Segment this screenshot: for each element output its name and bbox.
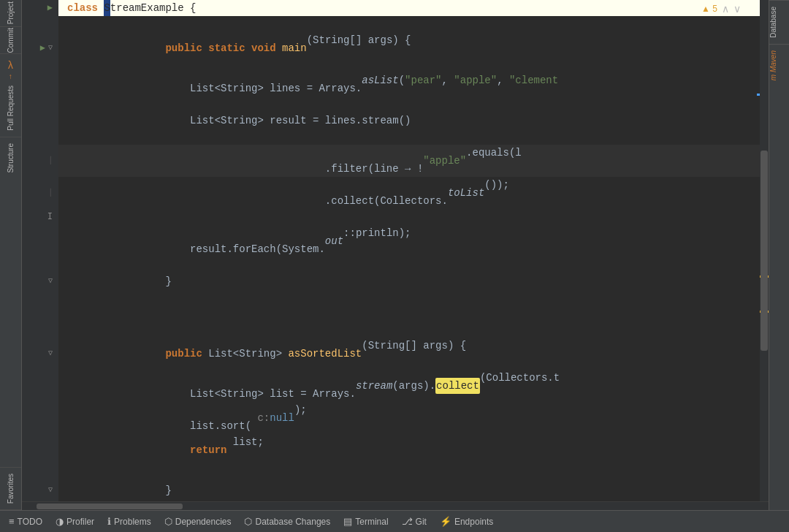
todo-icon: ≡: [9, 516, 15, 527]
code-line-11[interactable]: [22, 305, 769, 322]
code-content-11: [58, 305, 769, 322]
code-content-13: public List<String> asSortedList(String[…: [58, 338, 769, 370]
scrollbar-thumb[interactable]: [761, 151, 768, 351]
code-line-8[interactable]: I: [22, 209, 769, 225]
line-gutter-4: [22, 64, 58, 96]
code-line-6[interactable]: │ .filter(line → !"apple".equals(l: [22, 145, 769, 177]
line-gutter-16: [22, 434, 58, 466]
fold-button-17[interactable]: ▽: [48, 482, 53, 498]
sidebar-item-pull-requests[interactable]: λ ↑ Pull Requests: [1, 57, 21, 134]
code-content-10: }: [58, 257, 769, 305]
code-content-1: class StreamExample {: [58, 0, 769, 16]
code-line-12[interactable]: [22, 322, 769, 338]
run-button-1[interactable]: ▶: [47, 4, 53, 12]
horizontal-scrollbar-thumb[interactable]: [37, 503, 183, 509]
line-gutter-11: [22, 305, 58, 322]
problems-icon: ℹ: [107, 516, 111, 527]
profiler-label: Profiler: [66, 517, 94, 527]
toolbar-item-problems[interactable]: ℹ Problems: [102, 513, 157, 530]
code-line-9[interactable]: result.forEach(System.out::println);: [22, 225, 769, 257]
line-gutter-6: │: [22, 145, 58, 177]
line-gutter-10: ▽: [22, 257, 58, 305]
code-line-17[interactable]: ▽ }: [22, 466, 769, 501]
project-group: Project: [0, 0, 21, 27]
warning-count: ▲ 5: [701, 4, 717, 14]
terminal-icon: ▤: [343, 516, 352, 527]
sidebar-item-project[interactable]: Project: [1, 3, 21, 23]
sidebar-item-database[interactable]: Database: [769, 0, 789, 44]
toolbar-item-profiler[interactable]: ◑ Profiler: [50, 513, 100, 530]
code-content-4: List<String> lines = Arrays.asList("pear…: [58, 64, 769, 96]
line-gutter-14: [22, 370, 58, 402]
code-content-8: [58, 209, 769, 225]
code-content-16: return list;: [58, 434, 769, 466]
endpoints-icon: ⚡: [440, 516, 451, 527]
nav-down-arrow[interactable]: ∨: [732, 3, 742, 15]
toolbar-item-endpoints[interactable]: ⚡ Endpoints: [434, 513, 499, 530]
line-gutter-5: [22, 96, 58, 145]
commit-group: Commit: [0, 27, 21, 54]
code-line-5[interactable]: List<String> result = lines.stream(): [22, 96, 769, 145]
code-content-9: result.forEach(System.out::println);: [58, 225, 769, 257]
code-content-15: list.sort( c: null);: [58, 402, 769, 434]
git-label: Git: [416, 517, 427, 527]
code-content-3: public static void main(String[] args) {: [58, 32, 769, 64]
line-gutter-12: [22, 322, 58, 338]
code-line-10[interactable]: ▽ }: [22, 257, 769, 305]
code-content-7: .collect(Collectors.toList());: [58, 177, 769, 209]
run-button-3[interactable]: ▶: [40, 44, 45, 53]
endpoints-label: Endpoints: [454, 517, 493, 527]
code-content-6: .filter(line → !"apple".equals(l: [58, 145, 769, 177]
problems-label: Problems: [114, 517, 151, 527]
bottom-toolbar: ≡ TODO ◑ Profiler ℹ Problems ⬡ Dependenc…: [0, 510, 789, 532]
code-line-13[interactable]: ▽ public List<String> asSortedList(Strin…: [22, 338, 769, 370]
line-gutter-8: I: [22, 209, 58, 225]
warning-indicator: ▲ 5 ∧ ∨: [701, 3, 742, 15]
todo-label: TODO: [18, 517, 42, 527]
code-line-16[interactable]: return list;: [22, 434, 769, 466]
code-content-14: List<String> list = Arrays.stream(args).…: [58, 370, 769, 402]
sidebar-item-structure[interactable]: Structure: [1, 140, 21, 176]
scroll-marker-blue: [757, 94, 760, 96]
right-sidebar: Database m Maven: [769, 0, 789, 510]
favorites-group: Favorites: [0, 468, 21, 510]
code-line-4[interactable]: List<String> lines = Arrays.asList("pear…: [22, 64, 769, 96]
toolbar-item-todo[interactable]: ≡ TODO: [3, 513, 48, 530]
toolbar-item-git[interactable]: ⎇ Git: [396, 513, 432, 530]
line-gutter-7: │: [22, 177, 58, 209]
line-gutter-2: [22, 16, 58, 32]
structure-group: Structure: [0, 137, 21, 468]
terminal-label: Terminal: [355, 517, 388, 527]
sidebar-item-favorites[interactable]: Favorites: [1, 471, 21, 506]
editor: ▲ 5 ∧ ∨ ▶ class StreamExample {: [22, 0, 769, 510]
horizontal-scrollbar[interactable]: [22, 501, 769, 510]
fold-button-13[interactable]: ▽: [48, 346, 53, 362]
toolbar-item-terminal[interactable]: ▤ Terminal: [338, 513, 394, 530]
toolbar-item-dependencies[interactable]: ⬡ Dependencies: [159, 513, 237, 530]
code-content-5: List<String> result = lines.stream(): [58, 96, 769, 145]
line-gutter-15: [22, 402, 58, 434]
scrollbar-track[interactable]: [760, 0, 769, 501]
code-editor[interactable]: ▶ class StreamExample { ▶ ▽: [22, 0, 769, 501]
code-line-15[interactable]: list.sort( c: null);: [22, 402, 769, 434]
fold-button-3[interactable]: ▽: [48, 40, 53, 56]
code-content-17: }: [58, 466, 769, 501]
toolbar-item-database-changes[interactable]: ⬡ Database Changes: [238, 513, 336, 530]
pull-requests-group: λ ↑ Pull Requests: [0, 54, 21, 137]
code-content-12: [58, 322, 769, 338]
fold-button-10[interactable]: ▽: [48, 273, 53, 289]
sidebar-item-maven[interactable]: m Maven: [769, 44, 789, 86]
code-line-14[interactable]: List<String> list = Arrays.stream(args).…: [22, 370, 769, 402]
dependencies-label: Dependencies: [175, 517, 232, 527]
code-line-3[interactable]: ▶ ▽ public static void main(String[] arg…: [22, 32, 769, 64]
line-gutter-3: ▶ ▽: [22, 32, 58, 64]
sidebar-item-commit[interactable]: Commit: [1, 30, 21, 50]
profiler-icon: ◑: [56, 516, 64, 527]
line-gutter-9: [22, 225, 58, 257]
code-line-1[interactable]: ▶ class StreamExample {: [22, 0, 769, 16]
editor-scroll[interactable]: ▶ class StreamExample { ▶ ▽: [22, 0, 769, 501]
nav-up-arrow[interactable]: ∧: [720, 3, 731, 15]
line-gutter-17: ▽: [22, 466, 58, 501]
code-line-2[interactable]: [22, 16, 769, 32]
code-line-7[interactable]: │ .collect(Collectors.toList());: [22, 177, 769, 209]
